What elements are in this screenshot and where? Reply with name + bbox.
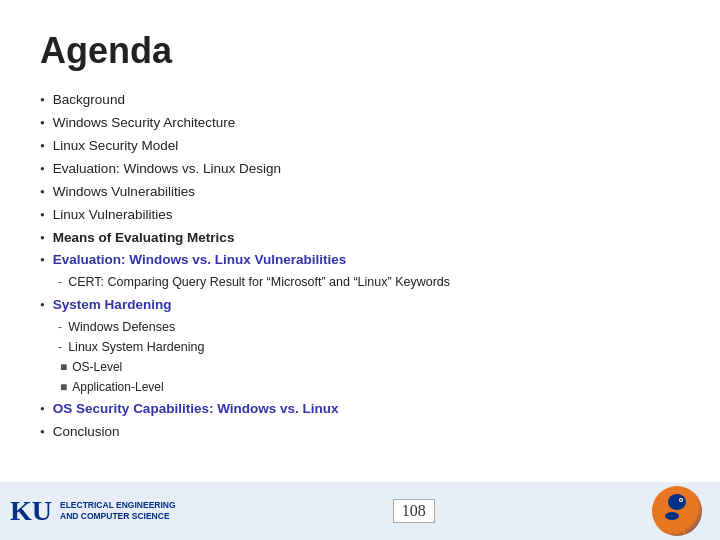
bullet-text: Evaluation: Windows vs. Linux Design: [53, 159, 281, 180]
linux-hardening-sub-sub-list: ■ OS-Level ■ Application-Level: [40, 358, 680, 396]
bullet-icon: ●: [40, 209, 45, 221]
list-item: ● Windows Vulnerabilities: [40, 182, 680, 203]
sub-list-text: Windows Defenses: [68, 318, 175, 337]
list-item: ● Evaluation: Windows vs. Linux Design: [40, 159, 680, 180]
bullet-icon: ●: [40, 163, 45, 175]
svg-line-8: [682, 528, 685, 534]
bullet-icon: ●: [40, 299, 45, 311]
list-item: ● Linux Vulnerabilities: [40, 205, 680, 226]
list-item-system-hardening: ● System Hardening: [40, 295, 680, 316]
sub-list-text: CERT: Comparing Query Result for “Micros…: [68, 273, 450, 292]
system-hardening-sub-list: - Windows Defenses - Linux System Harden…: [40, 318, 680, 358]
bullet-icon: ●: [40, 232, 45, 244]
sub-list-item: - Linux System Hardening: [58, 338, 680, 357]
page-number: 108: [393, 499, 435, 523]
bullet-text: Background: [53, 90, 125, 111]
conclusion-text: Conclusion: [53, 422, 120, 443]
list-item: ● Windows Security Architecture: [40, 113, 680, 134]
os-security-bullet-list: ● OS Security Capabilities: Windows vs. …: [40, 399, 680, 443]
jayhawk-mascot: [652, 486, 702, 536]
sub-sub-list-item: ■ OS-Level: [60, 358, 680, 377]
bullet-icon: ●: [40, 186, 45, 198]
sub-sub-list-text: OS-Level: [72, 358, 122, 377]
system-hardening-label: System Hardening: [53, 295, 172, 316]
sub-dash-icon: -: [58, 338, 62, 357]
svg-point-5: [665, 512, 679, 520]
ku-department-text: ELECTRICAL ENGINEERING AND COMPUTER SCIE…: [60, 500, 176, 522]
svg-line-6: [669, 528, 672, 534]
system-hardening-bullet-list: ● System Hardening: [40, 295, 680, 316]
sub-dash-icon: -: [58, 318, 62, 337]
list-item-os-security: ● OS Security Capabilities: Windows vs. …: [40, 399, 680, 420]
bullet-text: Linux Security Model: [53, 136, 178, 157]
sub-list-item: - CERT: Comparing Query Result for “Micr…: [58, 273, 680, 292]
svg-point-1: [668, 494, 686, 510]
bullet-icon: ●: [40, 94, 45, 106]
bullet-text: Windows Vulnerabilities: [53, 182, 195, 203]
main-bullet-list: ● Background ● Windows Security Architec…: [40, 90, 680, 271]
bullet-icon: ●: [40, 117, 45, 129]
bullet-icon: ●: [40, 403, 45, 415]
sub-list-ewlv: - CERT: Comparing Query Result for “Micr…: [40, 273, 680, 292]
sub-list-item: - Windows Defenses: [58, 318, 680, 337]
list-item: ● Means of Evaluating Metrics: [40, 228, 680, 249]
bullet-text: Windows Security Architecture: [53, 113, 235, 134]
slide-content: ● Background ● Windows Security Architec…: [40, 90, 680, 442]
list-item-conclusion: ● Conclusion: [40, 422, 680, 443]
sub-list-text: Linux System Hardening: [68, 338, 204, 357]
sub-sub-list-text: Application-Level: [72, 378, 163, 397]
list-item: ● Background: [40, 90, 680, 111]
bullet-icon: ●: [40, 140, 45, 152]
bullet-icon: ●: [40, 254, 45, 266]
list-item: ● Evaluation: Windows vs. Linux Vulnerab…: [40, 250, 680, 271]
ku-letters: KU: [10, 497, 52, 525]
svg-point-4: [680, 499, 682, 501]
bullet-icon: ●: [40, 426, 45, 438]
sub-sub-dash-icon: ■: [60, 378, 67, 397]
bullet-text: Linux Vulnerabilities: [53, 205, 173, 226]
slide-title: Agenda: [40, 30, 680, 72]
list-item: ● Linux Security Model: [40, 136, 680, 157]
os-security-text: OS Security Capabilities: Windows vs. Li…: [53, 399, 339, 420]
svg-marker-2: [686, 504, 692, 508]
sub-sub-dash-icon: ■: [60, 358, 67, 377]
ku-dept-line2: AND COMPUTER SCIENCE: [60, 511, 176, 522]
slide: Agenda ● Background ● Windows Security A…: [0, 0, 720, 540]
ku-logo: KU ELECTRICAL ENGINEERING AND COMPUTER S…: [10, 497, 176, 525]
sub-sub-list-item: ■ Application-Level: [60, 378, 680, 397]
ku-dept-line1: ELECTRICAL ENGINEERING: [60, 500, 176, 511]
sub-dash-icon: -: [58, 273, 62, 292]
bullet-text: Evaluation: Windows vs. Linux Vulnerabil…: [53, 250, 346, 271]
footer: KU ELECTRICAL ENGINEERING AND COMPUTER S…: [0, 482, 720, 540]
bullet-text: Means of Evaluating Metrics: [53, 228, 235, 249]
jayhawk-svg: [652, 486, 702, 536]
